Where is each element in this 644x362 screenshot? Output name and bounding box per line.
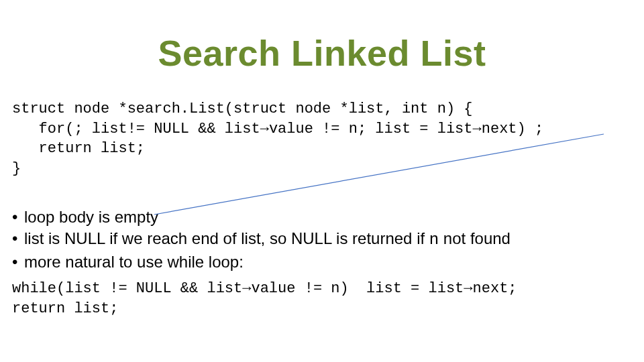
- code-line-3: return list;: [12, 140, 145, 157]
- slide: Search Linked List struct node *search.L…: [0, 0, 644, 362]
- arrow-icon: →: [260, 121, 269, 137]
- bullet-icon: •: [12, 206, 24, 228]
- bullet-text: more natural to use while loop:: [24, 251, 244, 273]
- bullet-item: • loop body is empty: [12, 206, 629, 228]
- inline-code-n: n: [429, 231, 439, 249]
- code-line-2b: value != n; list = list: [269, 121, 473, 137]
- code-line-4: }: [12, 160, 21, 177]
- code2-line-1c: next;: [473, 280, 517, 297]
- bullet-icon: •: [12, 228, 24, 251]
- code-line-1: struct node *search.List(struct node *li…: [12, 101, 473, 117]
- code2-line-2: return list;: [12, 300, 118, 317]
- code2-line-1a: while(list != NULL && list: [12, 280, 242, 297]
- arrow-icon: →: [473, 121, 482, 137]
- bullet-list: • loop body is empty • list is NULL if w…: [12, 206, 629, 273]
- bullet-item: • more natural to use while loop:: [12, 251, 629, 273]
- bullet-icon: •: [12, 251, 24, 273]
- bullet-text: list is NULL if we reach end of list, so…: [24, 228, 511, 251]
- code2-line-1b: value != n) list = list: [251, 280, 464, 297]
- code-block-while: while(list != NULL && list→value != n) l…: [12, 279, 629, 318]
- bullet-item: • list is NULL if we reach end of list, …: [12, 228, 629, 251]
- arrow-icon: →: [464, 280, 472, 297]
- code-line-2c: next) ;: [482, 121, 543, 137]
- code-line-2a: for(; list!= NULL && list: [12, 121, 260, 137]
- slide-title: Search Linked List: [0, 32, 644, 74]
- bullet-text: loop body is empty: [24, 206, 158, 228]
- code-block-searchlist: struct node *search.List(struct node *li…: [12, 99, 629, 179]
- arrow-icon: →: [242, 280, 251, 297]
